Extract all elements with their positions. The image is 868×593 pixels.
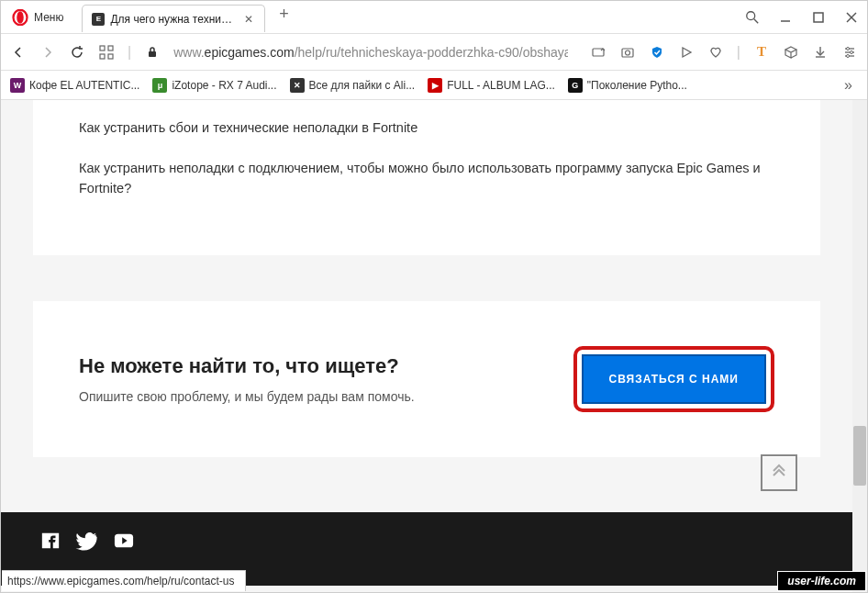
- bookmark-item[interactable]: WКофе EL AUTENTIC...: [10, 78, 139, 93]
- svg-rect-9: [108, 46, 113, 50]
- faq-link[interactable]: Как устранить сбои и технические неполад…: [79, 118, 774, 139]
- menu-button[interactable]: Меню: [34, 11, 63, 24]
- faq-link[interactable]: Как устранить неполадки с подключением, …: [79, 159, 774, 199]
- svg-marker-16: [683, 48, 691, 57]
- forward-button[interactable]: [39, 44, 56, 61]
- play-icon[interactable]: [678, 44, 695, 61]
- tab-active[interactable]: E Для чего нужна техничес ✕: [82, 5, 265, 32]
- scrollbar-thumb[interactable]: [853, 426, 866, 486]
- svg-line-3: [754, 18, 758, 22]
- url-field[interactable]: www.epicgames.com/help/ru/tehnicheskaya-…: [173, 45, 568, 60]
- svg-point-23: [851, 50, 853, 53]
- titlebar: Меню E Для чего нужна техничес ✕ +: [1, 1, 867, 34]
- contact-us-button[interactable]: СВЯЗАТЬСЯ С НАМИ: [582, 354, 766, 404]
- heart-icon[interactable]: [707, 44, 724, 61]
- minimize-icon[interactable]: [777, 9, 794, 26]
- contact-subtext: Опишите свою проблему, и мы будем рады в…: [79, 389, 415, 404]
- bookmark-favicon-icon: ✕: [290, 78, 305, 93]
- opera-logo-icon: [12, 9, 28, 26]
- download-icon[interactable]: [812, 44, 829, 61]
- viewport: Как устранить сбои и технические неполад…: [1, 100, 867, 592]
- tab-title: Для чего нужна техничес: [110, 13, 237, 26]
- status-bar: https://www.epicgames.com/help/ru/contac…: [2, 570, 246, 591]
- bookmark-favicon-icon: ▶: [428, 78, 442, 93]
- site-favicon-icon: E: [92, 13, 105, 26]
- back-button[interactable]: [10, 44, 27, 61]
- cube-icon[interactable]: [783, 44, 799, 61]
- screenshot-icon[interactable]: [590, 44, 606, 61]
- highlight-box: СВЯЗАТЬСЯ С НАМИ: [573, 346, 774, 412]
- bookmark-favicon-icon: μ: [152, 78, 167, 93]
- svg-rect-12: [149, 51, 156, 57]
- close-tab-icon[interactable]: ✕: [242, 13, 255, 26]
- page-content: Как устранить сбои и технические неполад…: [1, 100, 852, 592]
- bookmark-item[interactable]: ▶FULL - ALBUM LAG...: [428, 78, 555, 93]
- bookmarks-overflow-icon[interactable]: »: [844, 77, 858, 94]
- maximize-icon[interactable]: [810, 9, 827, 26]
- bookmark-favicon-icon: W: [10, 78, 25, 93]
- twitter-icon[interactable]: [74, 531, 100, 551]
- svg-rect-5: [814, 13, 823, 22]
- svg-rect-8: [100, 46, 105, 50]
- svg-rect-10: [100, 54, 105, 59]
- bookmarks-bar: WКофе EL AUTENTIC... μiZotope - RX 7 Aud…: [1, 71, 867, 100]
- close-window-icon[interactable]: [843, 9, 860, 26]
- youtube-icon[interactable]: [111, 531, 137, 551]
- facebook-icon[interactable]: [38, 531, 63, 551]
- svg-point-24: [847, 54, 850, 57]
- bookmark-item[interactable]: G"Поколение Pytho...: [568, 78, 687, 93]
- svg-point-1: [17, 11, 24, 24]
- bookmark-item[interactable]: μiZotope - RX 7 Audi...: [152, 78, 276, 93]
- search-icon[interactable]: [744, 9, 761, 26]
- watermark: user-life.com: [777, 571, 866, 591]
- svg-point-22: [847, 47, 850, 50]
- camera-icon[interactable]: [619, 44, 636, 61]
- bookmark-favicon-icon: G: [568, 78, 583, 93]
- speed-dial-icon[interactable]: [98, 44, 115, 61]
- svg-rect-14: [622, 49, 633, 57]
- bookmark-item[interactable]: ✕Все для пайки с Ali...: [290, 78, 416, 93]
- svg-point-2: [747, 11, 755, 19]
- window-controls: [744, 9, 867, 26]
- scroll-to-top-button[interactable]: [761, 454, 797, 491]
- reload-button[interactable]: [69, 44, 85, 61]
- text-icon[interactable]: T: [753, 44, 770, 61]
- tab-strip: E Для чего нужна техничес ✕ +: [82, 1, 744, 33]
- new-tab-button[interactable]: +: [271, 1, 296, 27]
- address-bar: | www.epicgames.com/help/ru/tehnicheskay…: [1, 34, 867, 71]
- svg-point-15: [625, 50, 629, 55]
- contact-card: Не можете найти то, что ищете? Опишите с…: [33, 301, 820, 457]
- vertical-scrollbar[interactable]: [852, 100, 867, 592]
- shield-icon[interactable]: [649, 44, 665, 61]
- contact-heading: Не можете найти то, что ищете?: [79, 354, 415, 378]
- lock-icon[interactable]: [144, 44, 161, 61]
- settings-icon[interactable]: [841, 44, 858, 61]
- svg-rect-11: [108, 54, 113, 59]
- faq-card: Как устранить сбои и технические неполад…: [33, 100, 820, 255]
